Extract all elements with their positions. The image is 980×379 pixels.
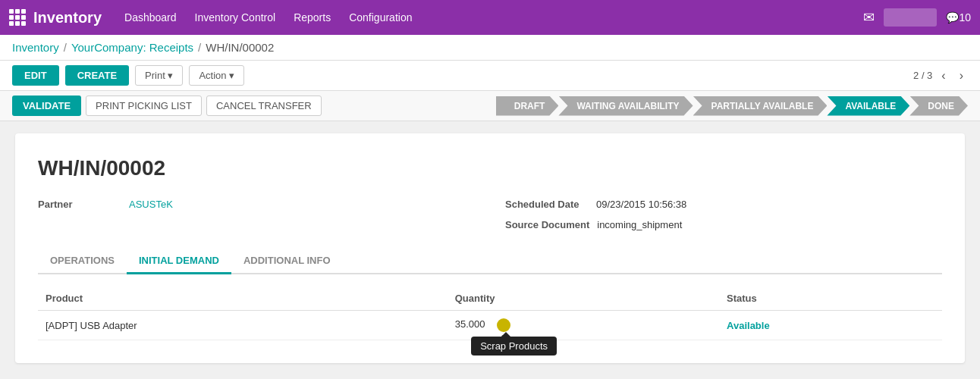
status-draft: DRAFT bbox=[496, 96, 559, 116]
row-status: Available bbox=[719, 311, 942, 340]
nav-dashboard[interactable]: Dashboard bbox=[117, 8, 184, 27]
pager-next[interactable]: › bbox=[955, 67, 968, 84]
scheduled-date-value: 09/23/2015 10:56:38 bbox=[596, 199, 686, 210]
grid-icon bbox=[9, 9, 26, 26]
row-product[interactable]: [ADPT] USB Adapter bbox=[38, 311, 448, 340]
mail-icon[interactable]: ✉ bbox=[863, 9, 875, 26]
pager: 2 / 3 ‹ › bbox=[913, 67, 968, 84]
products-table: Product Quantity Status [ADPT] USB Adapt… bbox=[38, 287, 942, 340]
tab-additional-info[interactable]: ADDITIONAL INFO bbox=[231, 249, 343, 274]
top-navigation: Inventory Dashboard Inventory Control Re… bbox=[0, 0, 980, 35]
nav-right-area: ✉ 💬10 bbox=[863, 8, 971, 27]
edit-button[interactable]: EDIT bbox=[12, 65, 59, 86]
row-quantity: 35.000 ↖ Scrap Products bbox=[448, 311, 719, 340]
action-bar: EDIT CREATE Print ▾ Action ▾ 2 / 3 ‹ › bbox=[0, 61, 980, 91]
search-input[interactable] bbox=[884, 8, 937, 27]
status-partial-label: PARTIALLY AVAILABLE bbox=[693, 96, 828, 116]
validate-button[interactable]: VALIDATE bbox=[12, 96, 81, 116]
button-bar: VALIDATE PRINT PICKING LIST CANCEL TRANS… bbox=[0, 91, 980, 121]
tab-operations[interactable]: OPERATIONS bbox=[38, 249, 127, 274]
print-picking-button[interactable]: PRINT PICKING LIST bbox=[86, 96, 202, 116]
status-bar: DRAFT WAITING AVAILABILITY PARTIALLY AVA… bbox=[496, 96, 968, 116]
scheduled-date-field: Scheduled Date 09/23/2015 10:56:38 bbox=[505, 199, 942, 210]
app-name: Inventory bbox=[33, 9, 102, 27]
app-logo[interactable]: Inventory bbox=[9, 9, 102, 27]
breadcrumb-root[interactable]: Inventory bbox=[12, 41, 59, 54]
source-document-label: Source Document bbox=[505, 219, 589, 230]
breadcrumb-current: WH/IN/00002 bbox=[206, 41, 274, 54]
tooltip-box: Scrap Products bbox=[471, 337, 557, 356]
pager-count: 2 / 3 bbox=[913, 70, 932, 81]
main-menu: Dashboard Inventory Control Reports Conf… bbox=[117, 8, 863, 27]
create-button[interactable]: CREATE bbox=[65, 65, 129, 86]
status-available: AVAILABLE bbox=[827, 96, 909, 116]
status-badge: Available bbox=[727, 320, 770, 331]
print-button[interactable]: Print ▾ bbox=[135, 65, 183, 86]
status-waiting: WAITING AVAILABILITY bbox=[558, 96, 693, 116]
col-product: Product bbox=[38, 287, 448, 311]
chat-button[interactable]: 💬10 bbox=[946, 11, 971, 23]
status-available-label: AVAILABLE bbox=[827, 96, 909, 116]
action-button[interactable]: Action ▾ bbox=[189, 65, 244, 86]
status-done-label: DONE bbox=[909, 96, 968, 116]
main-area: WH/IN/00002 Partner ASUSTeK Scheduled Da… bbox=[0, 121, 980, 375]
partner-value[interactable]: ASUSTeK bbox=[129, 199, 173, 210]
tooltip-arrow bbox=[501, 332, 510, 337]
breadcrumb-sep-1: / bbox=[64, 41, 67, 54]
scheduled-date-label: Scheduled Date bbox=[505, 199, 589, 210]
status-partial: PARTIALLY AVAILABLE bbox=[693, 96, 828, 116]
partner-label: Partner bbox=[38, 199, 121, 210]
nav-inventory-control[interactable]: Inventory Control bbox=[187, 8, 284, 27]
scrap-tooltip-container: ↖ Scrap Products bbox=[494, 318, 510, 332]
status-draft-label: DRAFT bbox=[496, 96, 559, 116]
partner-field: Partner ASUSTeK bbox=[38, 199, 475, 210]
tab-initial-demand[interactable]: INITIAL DEMAND bbox=[127, 249, 231, 274]
source-document-value: incoming_shipment bbox=[597, 219, 682, 230]
status-done: DONE bbox=[909, 96, 968, 116]
col-status: Status bbox=[719, 287, 942, 311]
source-document-field: Source Document incoming_shipment bbox=[505, 219, 942, 230]
form-card: WH/IN/00002 Partner ASUSTeK Scheduled Da… bbox=[15, 133, 965, 363]
breadcrumb: Inventory / YourCompany: Receipts / WH/I… bbox=[0, 35, 980, 61]
form-fields: Partner ASUSTeK Scheduled Date 09/23/201… bbox=[38, 199, 942, 230]
form-title: WH/IN/00002 bbox=[38, 156, 942, 180]
breadcrumb-parent[interactable]: YourCompany: Receipts bbox=[71, 41, 193, 54]
nav-reports[interactable]: Reports bbox=[286, 8, 338, 27]
breadcrumb-sep-2: / bbox=[198, 41, 201, 54]
table-row: [ADPT] USB Adapter 35.000 ↖ Scrap Produc… bbox=[38, 311, 942, 340]
status-waiting-label: WAITING AVAILABILITY bbox=[558, 96, 693, 116]
nav-configuration[interactable]: Configuration bbox=[341, 8, 419, 27]
cancel-transfer-button[interactable]: CANCEL TRANSFER bbox=[206, 96, 322, 116]
tabs: OPERATIONS INITIAL DEMAND ADDITIONAL INF… bbox=[38, 249, 942, 274]
table-header-row: Product Quantity Status bbox=[38, 287, 942, 311]
col-quantity: Quantity bbox=[448, 287, 719, 311]
pager-prev[interactable]: ‹ bbox=[937, 67, 950, 84]
tooltip-text: Scrap Products bbox=[480, 340, 548, 352]
